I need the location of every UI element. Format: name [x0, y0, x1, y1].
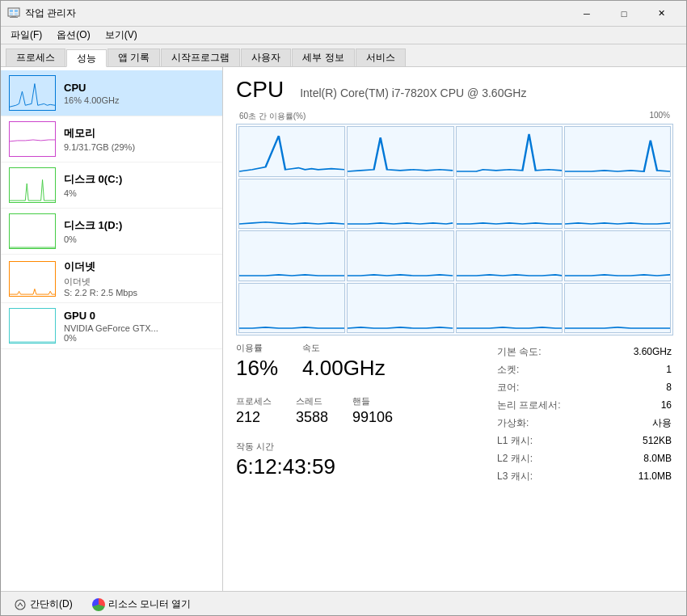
cpu-cell-16 — [564, 283, 671, 334]
ethernet-info: 이더넷 이더넷 S: 2.2 R: 2.5 Mbps — [64, 259, 214, 297]
chevron-up-icon — [14, 598, 27, 611]
logical-value: 16 — [613, 397, 672, 413]
tab-details[interactable]: 세부 정보 — [292, 49, 354, 66]
memory-thumbnail — [9, 121, 56, 157]
disk1-name: 디스크 1(D:) — [64, 218, 214, 233]
l1-value: 512KB — [613, 432, 672, 449]
menu-bar: 파일(F) 옵션(O) 보기(V) — [1, 27, 686, 44]
gpu-name: GPU 0 — [64, 310, 214, 322]
cpu-name: CPU — [64, 82, 214, 94]
virtualization-value: 사용 — [613, 415, 672, 431]
tab-app-history[interactable]: 앱 기록 — [107, 49, 160, 66]
l2-value: 8.0MB — [613, 450, 672, 466]
spec-logical: 논리 프로세서: 16 — [497, 397, 672, 413]
handles-label: 핸들 — [352, 395, 393, 407]
proc-thread-handle-row: 프로세스 212 스레드 3588 핸들 99106 — [236, 395, 479, 434]
utilization-value: 16% — [236, 356, 278, 381]
spec-l1: L1 캐시: 512KB — [497, 432, 672, 449]
compact-button[interactable]: 간단히(D) — [9, 596, 78, 613]
stats-right: 기본 속도: 3.60GHz 소켓: 1 코어: 8 논리 프로세서: 16 — [495, 342, 673, 487]
tab-users[interactable]: 사용자 — [241, 49, 291, 66]
handles-value: 99106 — [352, 409, 393, 426]
sidebar-item-disk0[interactable]: 디스크 0(C:) 4% — [1, 162, 222, 209]
close-button[interactable]: ✕ — [643, 1, 680, 27]
speed-value: 4.00GHz — [302, 356, 386, 381]
sockets-value: 1 — [613, 361, 672, 378]
disk1-detail: 0% — [64, 234, 214, 244]
tab-bar: 프로세스 성능 앱 기록 시작프로그램 사용자 세부 정보 서비스 — [1, 44, 686, 67]
cpu-cell-2 — [347, 126, 453, 177]
utilization-label: 이용률 — [236, 342, 278, 354]
speed-label: 속도 — [302, 342, 386, 354]
sidebar-item-gpu[interactable]: GPU 0 NVIDIA GeForce GTX... 0% — [1, 303, 222, 349]
utilization-group: 이용률 16% — [236, 342, 278, 381]
menu-options[interactable]: 옵션(O) — [50, 27, 96, 44]
disk0-detail: 4% — [64, 188, 214, 198]
threads-value: 3588 — [296, 409, 328, 426]
sockets-label: 소켓: — [497, 361, 611, 378]
spec-l3: L3 캐시: 11.0MB — [497, 468, 672, 484]
cpu-cell-4 — [564, 126, 671, 177]
memory-info: 메모리 9.1/31.7GB (29%) — [64, 126, 214, 152]
menu-view[interactable]: 보기(V) — [99, 27, 144, 44]
disk0-info: 디스크 0(C:) 4% — [64, 172, 214, 198]
cpu-cell-7 — [456, 179, 563, 230]
resource-monitor-button[interactable]: 리소스 모니터 열기 — [87, 596, 196, 613]
uptime-group: 작동 시간 6:12:43:59 — [236, 441, 479, 479]
cpu-graph-area — [236, 124, 673, 335]
detail-panel: CPU Intel(R) Core(TM) i7-7820X CPU @ 3.6… — [223, 67, 686, 591]
sidebar: CPU 16% 4.00GHz 메모리 9.1/31.7GB (29%) — [1, 67, 223, 591]
ethernet-detail2: S: 2.2 R: 2.5 Mbps — [64, 288, 214, 297]
spec-base-speed: 기본 속도: 3.60GHz — [497, 344, 672, 360]
memory-name: 메모리 — [64, 126, 214, 141]
cpu-cell-8 — [564, 179, 671, 230]
svg-rect-4 — [15, 13, 18, 15]
disk0-thumbnail — [9, 167, 56, 203]
resource-monitor-icon — [92, 598, 105, 611]
svg-rect-1 — [10, 10, 13, 12]
svg-rect-2 — [15, 10, 18, 12]
sidebar-item-memory[interactable]: 메모리 9.1/31.7GB (29%) — [1, 116, 222, 162]
sidebar-item-cpu[interactable]: CPU 16% 4.00GHz — [1, 70, 222, 116]
minimize-button[interactable]: ─ — [568, 1, 605, 27]
sidebar-item-ethernet[interactable]: 이더넷 이더넷 S: 2.2 R: 2.5 Mbps — [1, 255, 222, 303]
cpu-detail: 16% 4.00GHz — [64, 95, 214, 105]
gpu-info: GPU 0 NVIDIA GeForce GTX... 0% — [64, 310, 214, 343]
cpu-cell-12 — [564, 230, 671, 281]
sidebar-item-disk1[interactable]: 디스크 1(D:) 0% — [1, 209, 222, 255]
title-bar: 작업 관리자 ─ □ ✕ — [1, 1, 686, 27]
cpu-cell-14 — [347, 283, 453, 334]
processes-group: 프로세스 212 — [236, 395, 272, 426]
specs-table: 기본 속도: 3.60GHz 소켓: 1 코어: 8 논리 프로세서: 16 — [495, 342, 673, 486]
tab-performance[interactable]: 성능 — [66, 49, 107, 67]
graph-max: 100% — [649, 111, 670, 122]
resource-monitor-label: 리소스 모니터 열기 — [108, 597, 192, 611]
cores-value: 8 — [613, 379, 672, 395]
gpu-detail2: 0% — [64, 333, 214, 343]
gpu-thumbnail — [9, 308, 56, 344]
detail-title: CPU — [236, 77, 284, 103]
menu-file[interactable]: 파일(F) — [4, 27, 48, 44]
cpu-cell-3 — [456, 126, 563, 177]
tab-processes[interactable]: 프로세스 — [6, 49, 65, 66]
detail-subtitle: Intel(R) Core(TM) i7-7820X CPU @ 3.60GHz — [300, 86, 526, 99]
disk1-thumbnail — [9, 213, 56, 249]
spec-l2: L2 캐시: 8.0MB — [497, 450, 672, 466]
compact-label: 간단히(D) — [30, 597, 73, 611]
svg-rect-6 — [10, 17, 18, 18]
svg-rect-5 — [11, 16, 16, 17]
cpu-cell-11 — [456, 230, 563, 281]
spec-sockets: 소켓: 1 — [497, 361, 672, 378]
cpu-cell-15 — [456, 283, 563, 334]
uptime-label: 작동 시간 — [236, 441, 479, 453]
disk1-info: 디스크 1(D:) 0% — [64, 218, 214, 244]
l2-label: L2 캐시: — [497, 450, 611, 466]
tab-services[interactable]: 서비스 — [356, 49, 406, 66]
spec-cores: 코어: 8 — [497, 379, 672, 395]
gpu-detail1: NVIDIA GeForce GTX... — [64, 323, 214, 333]
handles-group: 핸들 99106 — [352, 395, 393, 426]
processes-label: 프로세스 — [236, 395, 272, 407]
tab-startup[interactable]: 시작프로그램 — [161, 49, 240, 66]
threads-label: 스레드 — [296, 395, 328, 407]
maximize-button[interactable]: □ — [605, 1, 643, 27]
